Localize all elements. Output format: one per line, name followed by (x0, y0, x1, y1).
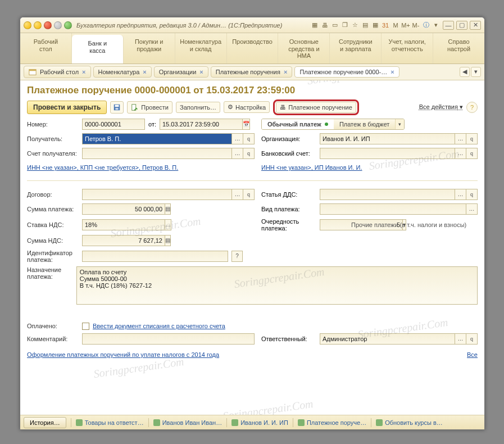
tb-icon-list[interactable]: ▤ (361, 21, 370, 30)
open-icon[interactable] (466, 148, 478, 159)
window-minimize[interactable]: — (443, 21, 454, 30)
history-button[interactable]: История… (24, 417, 66, 428)
calculator-icon[interactable] (165, 203, 171, 215)
open-icon[interactable] (466, 333, 478, 345)
resp-field[interactable] (320, 333, 455, 345)
open-icon[interactable] (466, 189, 478, 200)
tb-icon-copy[interactable]: ❐ (340, 21, 349, 30)
window-maximize[interactable]: ▢ (456, 21, 467, 30)
select-icon[interactable] (165, 219, 171, 230)
tab-desktop[interactable]: Рабочий стол × (24, 66, 91, 78)
tb-icon-m3[interactable]: M- (411, 21, 420, 30)
tb-icon-info[interactable]: ⓘ (421, 21, 430, 30)
purpose-textarea[interactable] (76, 266, 478, 305)
tb-icon-fav[interactable]: ☆ (351, 21, 360, 30)
comment-field[interactable] (82, 333, 255, 345)
paytype-field[interactable] (320, 203, 466, 215)
tb-icon-m2[interactable]: M+ (401, 21, 410, 30)
select-icon[interactable] (455, 148, 466, 159)
settings-button[interactable]: ⚙Настройка (224, 101, 270, 113)
paid-checkbox[interactable] (82, 323, 89, 330)
open-icon[interactable] (243, 148, 255, 159)
bank-field[interactable] (320, 148, 455, 159)
paid-link[interactable]: Ввести документ списания с расчетного сч… (93, 323, 225, 329)
tabs-left[interactable]: ◀ (460, 67, 470, 77)
date-field[interactable] (160, 119, 243, 130)
section-assets[interactable]: Основные средства и НМА (278, 33, 330, 64)
tab-close-icon[interactable]: × (284, 69, 287, 75)
section-hr[interactable]: Сотрудники и зарплата (330, 33, 382, 64)
save-button[interactable] (110, 101, 124, 114)
open-icon[interactable] (243, 133, 255, 144)
contract-field[interactable] (82, 189, 232, 200)
select-icon[interactable] (455, 189, 466, 200)
recipient-details-link[interactable]: ИНН <не указан>, КПП <не требуется>, Пет… (27, 164, 178, 171)
section-prod[interactable]: Производство (227, 33, 279, 64)
select-icon[interactable] (232, 133, 243, 144)
status-item[interactable]: Обновить курсы в… (376, 419, 443, 426)
ident-field[interactable] (82, 251, 228, 262)
tb-icon-app[interactable]: ▦ (310, 21, 319, 30)
status-item[interactable]: Иванов Иван Иван… (153, 419, 223, 426)
section-sales[interactable]: Покупки и продажи (124, 33, 175, 64)
recip-acc-field[interactable] (82, 148, 232, 159)
tab-close-icon[interactable]: × (391, 69, 394, 75)
section-bank[interactable]: Банк и касса (72, 35, 124, 64)
select-icon[interactable] (232, 148, 243, 159)
tab-orgs[interactable]: Организации× (154, 66, 208, 78)
help-button[interactable]: ? (466, 102, 478, 113)
section-tax[interactable]: Учет, налоги, отчетность (382, 33, 433, 64)
seg-dropdown[interactable]: ▾ (395, 119, 404, 129)
dds-field[interactable] (320, 189, 455, 200)
tb-icon-calc[interactable]: ▦ (371, 21, 380, 30)
tabs-dd[interactable]: ▾ (471, 67, 481, 77)
tab-nomen[interactable]: Номенклатура× (93, 66, 152, 78)
tb-icon-print[interactable]: 🖶 (320, 21, 329, 30)
post-and-close-button[interactable]: Провести и закрыть (27, 101, 107, 114)
vatsum-field[interactable] (82, 235, 165, 246)
tb-icon-m1[interactable]: M (391, 21, 400, 30)
select-icon[interactable] (232, 189, 243, 200)
fill-button[interactable]: Заполнить… (176, 102, 220, 113)
tab-close-icon[interactable]: × (199, 69, 203, 75)
select-icon[interactable] (455, 133, 466, 144)
tab-close-icon[interactable]: × (143, 69, 146, 75)
seg-normal[interactable]: Обычный платеж (262, 119, 334, 129)
tab-payments[interactable]: Платежные поручения× (211, 66, 293, 78)
section-desktop[interactable]: Рабочий стол (20, 33, 72, 64)
status-item[interactable]: Платежное поруче… (298, 419, 366, 426)
nav-back-icon[interactable] (34, 21, 42, 29)
status-item[interactable]: Товары на ответст… (76, 419, 144, 426)
sum-field[interactable] (82, 203, 165, 215)
open-icon[interactable] (466, 133, 478, 144)
all-actions-menu[interactable]: Все действия ▾ (419, 103, 463, 111)
section-nomen[interactable]: Номенклатура и склад (175, 33, 227, 64)
nav-go-icon[interactable] (64, 21, 72, 29)
tab-close-icon[interactable]: × (82, 69, 85, 75)
org-field[interactable] (320, 133, 455, 144)
seg-budget[interactable]: Платеж в бюджет (334, 119, 395, 129)
number-field[interactable] (82, 119, 145, 130)
vatrate-field[interactable] (82, 219, 165, 230)
open-icon[interactable] (243, 189, 255, 200)
tb-icon-doc[interactable]: ▭ (330, 21, 339, 30)
tb-icon-calendar[interactable]: 31 (381, 21, 390, 30)
all-link[interactable]: Все (467, 351, 478, 358)
tax-payments-link[interactable]: Оформление платежных поручений по уплате… (27, 351, 219, 358)
status-item[interactable]: Иванов И. И. ИП (231, 419, 288, 426)
select-icon[interactable] (455, 333, 466, 345)
nav-grey-icon[interactable] (54, 21, 62, 29)
window-close[interactable]: ✕ (470, 21, 481, 30)
select-icon[interactable] (466, 203, 478, 215)
nav-stop-icon[interactable] (44, 21, 52, 29)
tab-payment-doc[interactable]: Платежное поручение 0000-…× (294, 66, 399, 78)
org-details-link[interactable]: ИНН <не указан>, ИП Иванов И. И. (261, 164, 362, 171)
tb-icon-dd[interactable]: ▾ (432, 21, 441, 30)
ident-help-icon[interactable]: ? (231, 251, 243, 262)
post-button[interactable]: Провести (127, 101, 172, 114)
recipient-field[interactable] (82, 133, 232, 144)
section-settings[interactable]: Справо настрой (433, 33, 484, 64)
calendar-picker-icon[interactable] (243, 119, 250, 130)
calculator-icon[interactable] (165, 235, 171, 246)
print-payment-button[interactable]: 🖶Платежное поручение (276, 102, 356, 113)
